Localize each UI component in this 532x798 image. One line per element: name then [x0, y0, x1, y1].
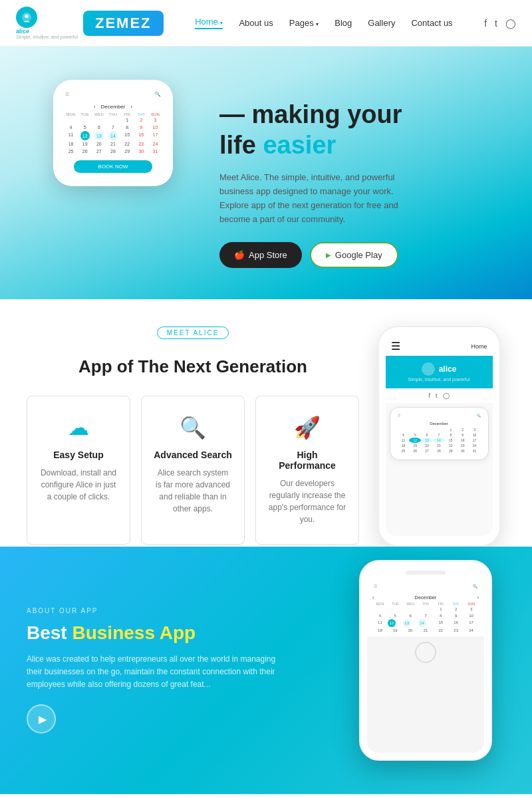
- hero-section: ☰ 🔍 ‹ December › MONTUEWEDTHUFRISATSUN 1…: [0, 47, 532, 299]
- cal-grid: 123 45678910 11121314151617 181920212223…: [64, 116, 162, 155]
- appstore-button[interactable]: 🍎 App Store: [219, 242, 302, 268]
- alice-logo-icon: [16, 7, 37, 28]
- cal-prev[interactable]: ‹: [94, 104, 96, 110]
- about-label: ABOUT OUR APP: [27, 607, 332, 614]
- feature-high-performance-title: High Performance: [268, 450, 346, 471]
- nav-about[interactable]: About us: [239, 18, 273, 28]
- features-phone-mockup: ☰ Home alice Simple, intuitive, and powe…: [372, 326, 505, 547]
- phone3-cal-prev[interactable]: ‹: [372, 595, 374, 600]
- phone2-cal-grid: 123 45678910 11121314151617 181920212223…: [398, 427, 481, 454]
- phone3-search-icon: 🔍: [473, 584, 477, 589]
- svg-point-1: [25, 15, 28, 18]
- googleplay-button[interactable]: ▶ Google Play: [310, 242, 398, 268]
- feature-easy-setup-desc: Download, install and configure Alice in…: [39, 467, 118, 503]
- feature-advanced-search-title: Advanced Search: [154, 450, 232, 460]
- cal-next[interactable]: ›: [130, 104, 132, 110]
- alice-brand-name: alice: [16, 28, 29, 35]
- phone2-inner-search: 🔍: [477, 414, 481, 418]
- phone2-tagline: Simple, intuitive, and powerful: [408, 377, 470, 382]
- stats-section: 360+ Tasks ManagedEvery Day 152k Global …: [0, 794, 532, 798]
- feature-easy-setup-title: Easy Setup: [39, 450, 118, 460]
- phone3-home-button: [415, 642, 436, 663]
- nav-links: Home ▾ About us Pages ▾ Blog Gallery Con…: [195, 17, 452, 29]
- phone2-menu-icon: ☰: [391, 340, 400, 352]
- about-title: Best Business App: [27, 622, 332, 644]
- phone2-cal-month: December: [398, 422, 481, 426]
- navbar: alice Simple, intuitive, and powerful ZE…: [0, 0, 532, 47]
- cal-month: December: [101, 104, 126, 110]
- nav-social: f t ◯: [484, 18, 516, 29]
- features-title: App of The Next Generation: [27, 356, 359, 377]
- features-cards: ☁ Easy Setup Download, install and confi…: [27, 396, 359, 545]
- rocket-icon: 🚀: [268, 415, 346, 440]
- phone3-cal-next[interactable]: ›: [477, 595, 479, 600]
- nav-contact[interactable]: Contact us: [411, 18, 452, 28]
- apple-icon: 🍎: [234, 250, 245, 260]
- hero-title: — making your life easier: [219, 100, 505, 160]
- phone3-cal-grid: 123 45678910 11121314151617 181920212223…: [372, 606, 479, 634]
- about-section: ABOUT OUR APP Best Business App Alice wa…: [0, 547, 532, 794]
- nav-pages[interactable]: Pages ▾: [289, 18, 319, 28]
- zemez-badge: ZEMEZ: [83, 11, 164, 36]
- phone3-cal-month: December: [415, 595, 436, 600]
- book-now-button[interactable]: BOOK NOW: [74, 160, 152, 173]
- feature-high-performance: 🚀 High Performance Our developers regula…: [255, 396, 359, 545]
- hero-description: Meet Alice. The simple, intuitive, and p…: [219, 171, 419, 226]
- cloud-icon: ☁: [39, 415, 118, 440]
- nav-gallery[interactable]: Gallery: [368, 18, 395, 28]
- features-section-label: MEET ALICE: [157, 327, 229, 339]
- nav-home[interactable]: Home ▾: [195, 17, 223, 29]
- phone3-notch: [406, 571, 446, 575]
- hero-phone-mockup: ☰ 🔍 ‹ December › MONTUEWEDTHUFRISATSUN 1…: [53, 80, 186, 186]
- phone-menu-icon: ☰: [65, 92, 69, 97]
- blue-phone-mockup: ☰ 🔍 ‹ December › MONTUEWEDTHUFRISATSUN 1…: [359, 580, 505, 761]
- phone2-brand: alice: [439, 364, 457, 374]
- phone2-inner-menu: ☰: [398, 414, 400, 418]
- feature-easy-setup: ☁ Easy Setup Download, install and confi…: [27, 396, 130, 545]
- search-icon: 🔍: [154, 415, 232, 440]
- social-instagram[interactable]: ◯: [505, 18, 516, 29]
- feature-high-performance-desc: Our developers regularly increase the ap…: [268, 477, 346, 525]
- about-content: ABOUT OUR APP Best Business App Alice wa…: [27, 607, 332, 734]
- feature-advanced-search-desc: Alice search system is far more advanced…: [154, 467, 232, 515]
- phone-search-icon: 🔍: [155, 92, 161, 97]
- play-video-button[interactable]: ▶: [27, 704, 56, 733]
- phone3-menu-icon: ☰: [374, 584, 377, 589]
- alice-tagline: Simple, intuitive, and powerful: [16, 35, 78, 39]
- nav-blog[interactable]: Blog: [334, 18, 352, 28]
- logo-area: alice Simple, intuitive, and powerful ZE…: [16, 7, 164, 39]
- phone2-label: Home: [471, 343, 487, 350]
- hero-content: — making your life easier Meet Alice. Th…: [186, 73, 532, 295]
- play-triangle-icon: ▶: [39, 713, 47, 726]
- feature-advanced-search: 🔍 Advanced Search Alice search system is…: [141, 396, 245, 545]
- play-icon: ▶: [326, 251, 331, 259]
- hero-buttons: 🍎 App Store ▶ Google Play: [219, 242, 505, 268]
- phone2-social: ft◯: [386, 388, 493, 403]
- social-facebook[interactable]: f: [484, 18, 487, 29]
- about-description: Alice was created to help entrepreneurs …: [27, 653, 293, 692]
- social-twitter[interactable]: t: [495, 18, 497, 29]
